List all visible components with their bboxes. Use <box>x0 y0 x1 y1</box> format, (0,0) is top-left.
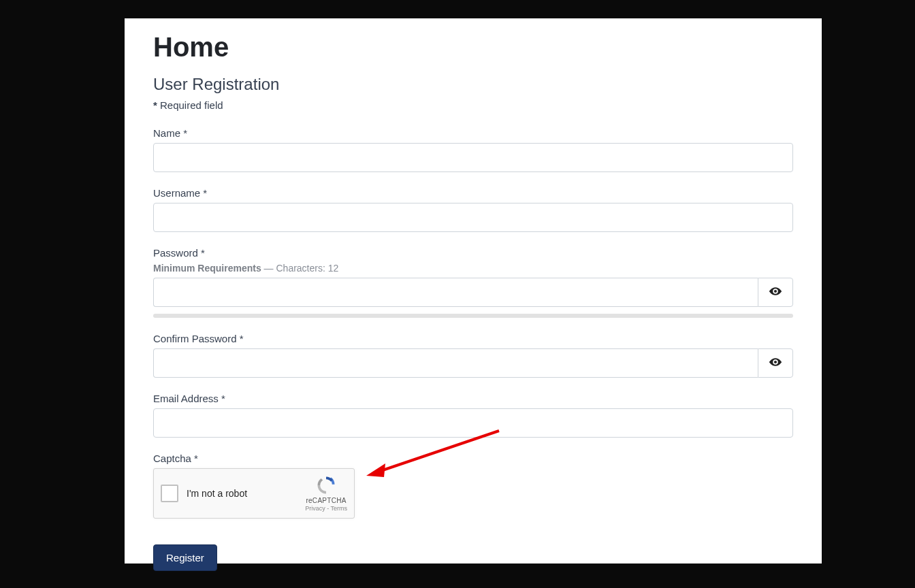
password-hint-strong: Minimum Requirements <box>153 263 261 274</box>
toggle-confirm-visibility-button[interactable] <box>758 348 793 378</box>
field-confirm-password: Confirm Password * <box>153 333 793 378</box>
recaptcha-links: Privacy - Terms <box>305 505 347 512</box>
username-label: Username * <box>153 187 793 199</box>
field-username: Username * <box>153 187 793 232</box>
required-text: Required field <box>157 99 223 111</box>
recaptcha-brand: reCAPTCHA Privacy - Terms <box>305 475 347 512</box>
field-captcha: Captcha * I'm not a robot reCAPTCHA Priv… <box>153 453 793 519</box>
username-input[interactable] <box>153 203 793 232</box>
field-password: Password * Minimum Requirements — Charac… <box>153 247 793 318</box>
field-email: Email Address * <box>153 393 793 438</box>
email-input[interactable] <box>153 408 793 438</box>
password-label: Password * <box>153 247 793 259</box>
confirm-password-group <box>153 348 793 378</box>
captcha-label: Captcha * <box>153 453 793 464</box>
password-hint: Minimum Requirements — Characters: 12 <box>153 263 793 274</box>
password-group <box>153 278 793 307</box>
page-title: Home <box>153 32 793 63</box>
password-input[interactable] <box>153 278 758 307</box>
recaptcha-privacy-link[interactable]: Privacy <box>305 505 325 512</box>
recaptcha-widget: I'm not a robot reCAPTCHA Privacy - Term… <box>153 468 355 519</box>
recaptcha-text: I'm not a robot <box>187 488 305 499</box>
email-label: Email Address * <box>153 393 793 404</box>
password-hint-rest: — Characters: 12 <box>261 263 339 274</box>
field-name: Name * <box>153 127 793 172</box>
recaptcha-logo-icon <box>316 475 336 495</box>
registration-page: Home User Registration * Required field … <box>125 18 822 564</box>
name-label: Name * <box>153 127 793 139</box>
recaptcha-brand-name: reCAPTCHA <box>305 497 347 505</box>
page-subtitle: User Registration <box>153 75 793 94</box>
recaptcha-terms-link[interactable]: Terms <box>331 505 348 512</box>
required-note: * Required field <box>153 99 793 111</box>
recaptcha-checkbox[interactable] <box>161 485 178 502</box>
password-strength-bar <box>153 314 793 318</box>
name-input[interactable] <box>153 143 793 172</box>
register-button[interactable]: Register <box>153 544 217 571</box>
confirm-password-input[interactable] <box>153 348 758 378</box>
confirm-password-label: Confirm Password * <box>153 333 793 344</box>
eye-icon <box>769 284 782 300</box>
toggle-password-visibility-button[interactable] <box>758 278 793 307</box>
recaptcha-sep: - <box>325 505 331 512</box>
eye-icon <box>769 355 782 371</box>
